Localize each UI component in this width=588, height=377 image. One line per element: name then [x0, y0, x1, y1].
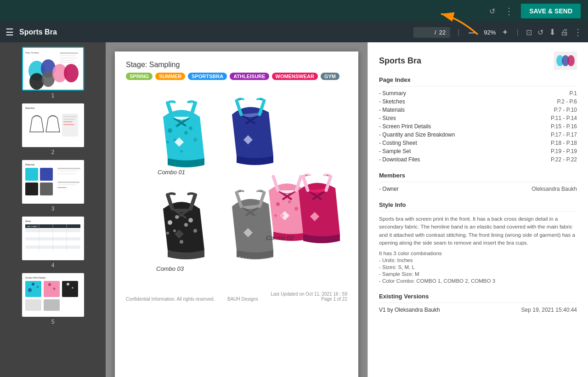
svg-rect-23 [25, 168, 38, 181]
svg-rect-20 [63, 124, 74, 125]
zoom-out-button[interactable]: — [467, 28, 479, 37]
main-area: Stage: Sampling 1 [0, 42, 588, 377]
right-panel-title: Sports Bra [379, 56, 421, 66]
svg-point-63 [189, 126, 192, 130]
svg-point-77 [166, 232, 169, 234]
existing-versions-section: Existing Versions V1 by Oleksandra Baukh… [379, 293, 577, 313]
thumbnail-3[interactable]: Materials 3 [0, 160, 106, 212]
print-icon[interactable]: 🖨 [560, 28, 569, 37]
svg-rect-18 [63, 119, 75, 120]
sidebar-thumbnails: Stage: Sampling 1 [0, 42, 106, 377]
page-sheet: Stage: Sampling SPRING SUMMER SPORTSBRA … [115, 51, 358, 377]
version-label: V1 by Oleksandra Baukh [379, 307, 440, 313]
svg-text:Materials: Materials [25, 163, 35, 166]
download-icon[interactable]: ⬇ [549, 27, 556, 37]
svg-point-80 [164, 239, 167, 241]
footer-center: BAUH Designs [227, 297, 258, 302]
tag-summer: SUMMER [155, 73, 185, 80]
svg-point-67 [276, 202, 280, 206]
pi-row-summary: - Summary P.1 [379, 90, 577, 97]
zoom-section: — 92% + [467, 28, 509, 37]
refresh-button[interactable]: ↺ [487, 5, 497, 17]
svg-rect-58 [44, 299, 60, 311]
version-date: Sep 19, 2021 15:40:44 [521, 307, 577, 313]
owner-label: - Owner [379, 186, 399, 192]
svg-rect-25 [25, 183, 38, 195]
thumbnail-1[interactable]: Stage: Sampling 1 [0, 47, 106, 99]
tag-womenswear: WOMENSWEAR [272, 73, 318, 80]
tag-sportsbra: SPORTSBRA [188, 73, 227, 80]
svg-point-52 [48, 283, 51, 286]
svg-rect-17 [63, 116, 77, 117]
svg-point-78 [193, 229, 197, 233]
thumbnail-5[interactable]: Screen Print Details 5 [0, 273, 106, 325]
owner-value: Oleksandra Baukh [531, 186, 577, 192]
right-panel-header: Sports Bra [379, 51, 577, 70]
svg-text:Screen Print Details: Screen Print Details [25, 276, 46, 279]
style-info-section: Style Info Sports bra with screen print … [379, 201, 577, 284]
svg-point-79 [180, 240, 183, 244]
history-icon[interactable]: ↺ [537, 28, 543, 37]
pi-row-materials: - Materials P.7 - P.10 [379, 107, 577, 113]
page-footer: Confidential Information. All rights res… [126, 291, 347, 302]
svg-point-66 [180, 150, 183, 153]
footer-right: Last Updated on Oct 11, 2021 16 : 59Page… [271, 291, 347, 302]
toolbar-more-icon[interactable]: ⋮ [573, 27, 582, 38]
version-row: V1 by Oleksandra Baukh Sep 19, 2021 15:4… [379, 307, 577, 313]
svg-rect-26 [40, 183, 53, 195]
page-input[interactable]: 1 [418, 29, 432, 36]
thumbnail-4[interactable]: Sizes SIZE CHART 4 [0, 217, 106, 268]
pi-row-qty: - Quantity and Size Breakdown P.17 - P.1… [379, 131, 577, 138]
svg-point-59 [168, 128, 172, 133]
svg-rect-27 [57, 168, 80, 169]
right-panel-preview [554, 51, 577, 70]
svg-point-72 [168, 220, 172, 225]
existing-versions-title: Existing Versions [379, 293, 577, 303]
tags-row: SPRING SUMMER SPORTSBRA ATHLEISURE WOMEN… [126, 73, 347, 80]
svg-point-48 [32, 283, 34, 286]
svg-rect-19 [63, 121, 73, 122]
thumbnail-2[interactable]: Sketches 2 [0, 103, 106, 155]
svg-text:Stage: Sampling: Stage: Sampling [25, 51, 39, 54]
fit-icon[interactable]: ⊡ [526, 28, 532, 37]
members-title: Members [379, 172, 577, 182]
right-panel: Sports Bra Page Index - Summary P.1 - Sk… [368, 42, 588, 377]
pi-row-costing: - Costing Sheet P.18 - P.18 [379, 140, 577, 146]
tag-spring: SPRING [126, 73, 153, 80]
svg-rect-12 [60, 60, 74, 61]
svg-point-5 [29, 73, 44, 90]
svg-rect-57 [25, 299, 41, 311]
svg-rect-24 [40, 168, 53, 181]
pi-row-sizes: - Sizes P.11 - P.14 [379, 115, 577, 121]
svg-point-60 [175, 125, 178, 127]
top-bar: ↺ ⋮ SAVE & SEND [0, 0, 588, 22]
svg-rect-10 [60, 55, 76, 56]
pi-row-sketches: - Sketches P.2 - P.6 [379, 98, 577, 105]
svg-text:Combo 01: Combo 01 [158, 169, 185, 176]
save-send-button[interactable]: SAVE & SEND [521, 4, 581, 18]
toolbar-right-icons: ⬇ 🖨 ⋮ [549, 27, 582, 38]
members-owner-row: - Owner Oleksandra Baukh [379, 186, 577, 192]
svg-point-61 [184, 131, 188, 135]
members-section: Members - Owner Oleksandra Baukh [379, 172, 577, 192]
pi-row-screen-print: - Screen Print Details P.15 - P.16 [379, 123, 577, 130]
svg-point-70 [281, 214, 284, 217]
svg-point-75 [173, 229, 176, 232]
svg-rect-13 [60, 62, 76, 63]
more-options-button[interactable]: ⋮ [503, 4, 515, 18]
page-total: 22 [439, 29, 446, 36]
zoom-value: 92% [481, 29, 498, 36]
style-info-sizes: - Sizes: S, M, L [379, 264, 577, 270]
menu-icon[interactable]: ☰ [6, 27, 14, 38]
thumb-1-number: 1 [51, 92, 55, 99]
page-content-area: Stage: Sampling SPRING SUMMER SPORTSBRA … [106, 42, 368, 377]
tag-gym: GYM [321, 73, 339, 80]
svg-text:Sketches: Sketches [25, 107, 35, 109]
page-navigation: 1 / 22 [413, 27, 450, 38]
zoom-in-button[interactable]: + [501, 28, 509, 37]
svg-text:SIZE CHART: SIZE CHART [27, 225, 38, 228]
svg-point-65 [193, 138, 197, 142]
svg-text:Combo 02: Combo 02 [266, 234, 294, 241]
svg-point-62 [173, 138, 176, 141]
svg-point-76 [188, 218, 193, 223]
